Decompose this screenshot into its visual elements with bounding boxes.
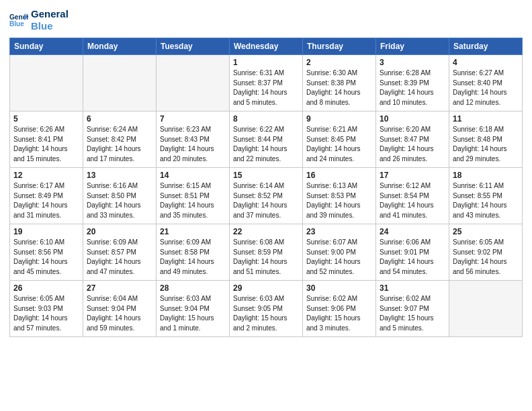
day-number: 3	[380, 58, 445, 67]
calendar-cell: 9Sunrise: 6:21 AM Sunset: 8:45 PM Daylig…	[303, 111, 376, 168]
day-number: 27	[87, 283, 152, 293]
calendar-week-row: 26Sunrise: 6:05 AM Sunset: 9:03 PM Dayli…	[10, 281, 523, 337]
cell-text: Sunrise: 6:04 AM Sunset: 9:04 PM Dayligh…	[87, 294, 152, 333]
day-number: 21	[160, 227, 226, 236]
calendar-week-row: 19Sunrise: 6:10 AM Sunset: 8:56 PM Dayli…	[10, 224, 523, 281]
weekday-header-cell: Monday	[83, 38, 157, 55]
calendar-week-row: 12Sunrise: 6:17 AM Sunset: 8:49 PM Dayli…	[10, 168, 523, 224]
day-number: 15	[233, 171, 299, 180]
cell-text: Sunrise: 6:15 AM Sunset: 8:51 PM Dayligh…	[160, 181, 226, 220]
day-number: 30	[306, 283, 372, 293]
calendar-cell: 30Sunrise: 6:02 AM Sunset: 9:06 PM Dayli…	[303, 281, 376, 337]
day-number: 28	[160, 283, 226, 293]
day-number: 20	[87, 227, 152, 236]
calendar-cell	[83, 55, 157, 111]
calendar-cell: 5Sunrise: 6:26 AM Sunset: 8:41 PM Daylig…	[10, 111, 83, 168]
cell-text: Sunrise: 6:11 AM Sunset: 8:55 PM Dayligh…	[453, 181, 519, 220]
day-number: 11	[453, 114, 519, 124]
calendar-cell: 16Sunrise: 6:13 AM Sunset: 8:53 PM Dayli…	[303, 168, 376, 224]
cell-text: Sunrise: 6:23 AM Sunset: 8:43 PM Dayligh…	[160, 125, 226, 164]
cell-text: Sunrise: 6:24 AM Sunset: 8:42 PM Dayligh…	[87, 125, 152, 164]
calendar-week-row: 1Sunrise: 6:31 AM Sunset: 8:37 PM Daylig…	[10, 55, 523, 111]
cell-text: Sunrise: 6:09 AM Sunset: 8:57 PM Dayligh…	[87, 238, 152, 277]
cell-text: Sunrise: 6:14 AM Sunset: 8:52 PM Dayligh…	[233, 181, 299, 220]
calendar-cell: 31Sunrise: 6:02 AM Sunset: 9:07 PM Dayli…	[376, 281, 449, 337]
weekday-header-cell: Friday	[376, 38, 449, 55]
day-number: 8	[233, 114, 299, 124]
calendar-cell: 27Sunrise: 6:04 AM Sunset: 9:04 PM Dayli…	[83, 281, 157, 337]
calendar-cell: 23Sunrise: 6:07 AM Sunset: 9:00 PM Dayli…	[303, 224, 376, 281]
logo-icon: General Blue	[9, 13, 28, 28]
logo: General Blue General Blue	[9, 8, 69, 32]
cell-text: Sunrise: 6:13 AM Sunset: 8:53 PM Dayligh…	[306, 181, 372, 220]
cell-text: Sunrise: 6:16 AM Sunset: 8:50 PM Dayligh…	[87, 181, 152, 220]
calendar-cell: 21Sunrise: 6:09 AM Sunset: 8:58 PM Dayli…	[157, 224, 230, 281]
calendar-cell: 8Sunrise: 6:22 AM Sunset: 8:44 PM Daylig…	[230, 111, 303, 168]
header-row: General Blue General Blue	[9, 8, 523, 32]
cell-text: Sunrise: 6:05 AM Sunset: 9:02 PM Dayligh…	[453, 238, 519, 277]
day-number: 19	[13, 227, 79, 236]
day-number: 9	[306, 114, 372, 124]
day-number: 12	[13, 171, 79, 180]
logo-text-blue: Blue	[31, 20, 69, 32]
calendar-table: SundayMondayTuesdayWednesdayThursdayFrid…	[9, 38, 523, 337]
cell-text: Sunrise: 6:21 AM Sunset: 8:45 PM Dayligh…	[306, 125, 372, 164]
calendar-cell: 7Sunrise: 6:23 AM Sunset: 8:43 PM Daylig…	[157, 111, 230, 168]
cell-text: Sunrise: 6:02 AM Sunset: 9:06 PM Dayligh…	[306, 294, 372, 333]
calendar-cell: 2Sunrise: 6:30 AM Sunset: 8:38 PM Daylig…	[303, 55, 376, 111]
calendar-cell: 22Sunrise: 6:08 AM Sunset: 8:59 PM Dayli…	[230, 224, 303, 281]
calendar-cell: 29Sunrise: 6:03 AM Sunset: 9:05 PM Dayli…	[230, 281, 303, 337]
cell-text: Sunrise: 6:30 AM Sunset: 8:38 PM Dayligh…	[306, 68, 372, 107]
day-number: 4	[453, 58, 519, 67]
calendar-week-row: 5Sunrise: 6:26 AM Sunset: 8:41 PM Daylig…	[10, 111, 523, 168]
day-number: 25	[453, 227, 519, 236]
calendar-cell: 17Sunrise: 6:12 AM Sunset: 8:54 PM Dayli…	[376, 168, 449, 224]
cell-text: Sunrise: 6:27 AM Sunset: 8:40 PM Dayligh…	[453, 68, 519, 107]
cell-text: Sunrise: 6:31 AM Sunset: 8:37 PM Dayligh…	[233, 68, 299, 107]
day-number: 24	[380, 227, 445, 236]
day-number: 5	[13, 114, 79, 124]
cell-text: Sunrise: 6:03 AM Sunset: 9:04 PM Dayligh…	[160, 294, 226, 333]
day-number: 18	[453, 171, 519, 180]
cell-text: Sunrise: 6:05 AM Sunset: 9:03 PM Dayligh…	[13, 294, 79, 333]
calendar-cell: 25Sunrise: 6:05 AM Sunset: 9:02 PM Dayli…	[449, 224, 523, 281]
cell-text: Sunrise: 6:06 AM Sunset: 9:01 PM Dayligh…	[380, 238, 445, 277]
calendar-cell: 11Sunrise: 6:18 AM Sunset: 8:48 PM Dayli…	[449, 111, 523, 168]
day-number: 14	[160, 171, 226, 180]
calendar-body: 1Sunrise: 6:31 AM Sunset: 8:37 PM Daylig…	[10, 55, 523, 337]
calendar-cell: 12Sunrise: 6:17 AM Sunset: 8:49 PM Dayli…	[10, 168, 83, 224]
calendar-cell: 6Sunrise: 6:24 AM Sunset: 8:42 PM Daylig…	[83, 111, 157, 168]
cell-text: Sunrise: 6:26 AM Sunset: 8:41 PM Dayligh…	[13, 125, 79, 164]
calendar-cell: 20Sunrise: 6:09 AM Sunset: 8:57 PM Dayli…	[83, 224, 157, 281]
calendar-cell: 18Sunrise: 6:11 AM Sunset: 8:55 PM Dayli…	[449, 168, 523, 224]
cell-text: Sunrise: 6:18 AM Sunset: 8:48 PM Dayligh…	[453, 125, 519, 164]
day-number: 22	[233, 227, 299, 236]
logo-text: General	[31, 8, 69, 20]
weekday-header-cell: Saturday	[449, 38, 523, 55]
day-number: 2	[306, 58, 372, 67]
calendar-cell: 14Sunrise: 6:15 AM Sunset: 8:51 PM Dayli…	[157, 168, 230, 224]
calendar-cell: 10Sunrise: 6:20 AM Sunset: 8:47 PM Dayli…	[376, 111, 449, 168]
calendar-cell: 24Sunrise: 6:06 AM Sunset: 9:01 PM Dayli…	[376, 224, 449, 281]
calendar-cell: 13Sunrise: 6:16 AM Sunset: 8:50 PM Dayli…	[83, 168, 157, 224]
weekday-header-cell: Sunday	[10, 38, 83, 55]
day-number: 6	[87, 114, 152, 124]
cell-text: Sunrise: 6:02 AM Sunset: 9:07 PM Dayligh…	[380, 294, 445, 333]
calendar-cell	[10, 55, 83, 111]
weekday-header: SundayMondayTuesdayWednesdayThursdayFrid…	[10, 38, 523, 55]
day-number: 13	[87, 171, 152, 180]
day-number: 31	[380, 283, 445, 293]
cell-text: Sunrise: 6:10 AM Sunset: 8:56 PM Dayligh…	[13, 238, 79, 277]
calendar-cell: 28Sunrise: 6:03 AM Sunset: 9:04 PM Dayli…	[157, 281, 230, 337]
cell-text: Sunrise: 6:22 AM Sunset: 8:44 PM Dayligh…	[233, 125, 299, 164]
day-number: 7	[160, 114, 226, 124]
cell-text: Sunrise: 6:07 AM Sunset: 9:00 PM Dayligh…	[306, 238, 372, 277]
calendar-cell: 19Sunrise: 6:10 AM Sunset: 8:56 PM Dayli…	[10, 224, 83, 281]
calendar-cell: 3Sunrise: 6:28 AM Sunset: 8:39 PM Daylig…	[376, 55, 449, 111]
svg-text:Blue: Blue	[9, 20, 24, 28]
day-number: 17	[380, 171, 445, 180]
weekday-header-cell: Wednesday	[230, 38, 303, 55]
day-number: 23	[306, 227, 372, 236]
calendar-cell: 4Sunrise: 6:27 AM Sunset: 8:40 PM Daylig…	[449, 55, 523, 111]
calendar-cell: 1Sunrise: 6:31 AM Sunset: 8:37 PM Daylig…	[230, 55, 303, 111]
